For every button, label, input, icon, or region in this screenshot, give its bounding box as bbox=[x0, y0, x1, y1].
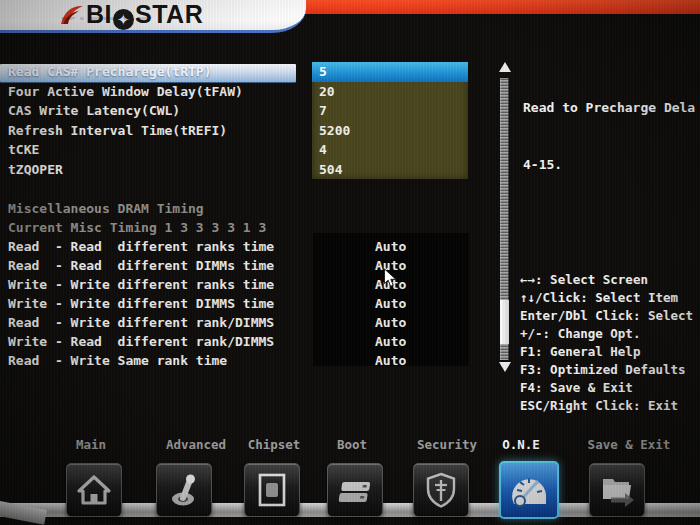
dock-tab-security[interactable] bbox=[413, 463, 469, 517]
dock-tab-boot[interactable] bbox=[327, 463, 383, 517]
menu-tab[interactable]: O.N.E bbox=[502, 437, 540, 452]
gauge-icon bbox=[507, 468, 551, 512]
menu-tab[interactable]: Main bbox=[76, 437, 106, 452]
bios-screen: BI✦STAR BISTAR Read CAS# Precharege(tRTP… bbox=[0, 0, 700, 525]
scrollbar-thumb[interactable] bbox=[500, 300, 509, 344]
menu-tab[interactable]: Advanced bbox=[166, 437, 226, 452]
dock-tab-main[interactable] bbox=[66, 463, 122, 517]
mouse-cursor bbox=[383, 268, 397, 288]
menu-tab[interactable]: Boot bbox=[337, 437, 367, 452]
drives-icon bbox=[335, 470, 375, 510]
dock-tab-one[interactable] bbox=[499, 461, 559, 519]
menu-tab[interactable]: Save & Exit bbox=[588, 437, 671, 452]
home-icon bbox=[74, 470, 114, 510]
bottom-menu: Main Advanced Chipset Boot Security O.N.… bbox=[0, 0, 700, 525]
chip-icon bbox=[252, 470, 292, 510]
exit-folder-icon bbox=[596, 469, 638, 511]
dock-tab-chipset[interactable] bbox=[244, 463, 300, 517]
menu-tab[interactable]: Chipset bbox=[248, 437, 301, 452]
shield-icon bbox=[421, 470, 461, 510]
dock-tab-save-exit[interactable] bbox=[589, 463, 645, 517]
menu-tab[interactable]: Security bbox=[417, 437, 477, 452]
switch-icon bbox=[164, 470, 204, 510]
dock-tab-advanced[interactable] bbox=[156, 463, 212, 517]
